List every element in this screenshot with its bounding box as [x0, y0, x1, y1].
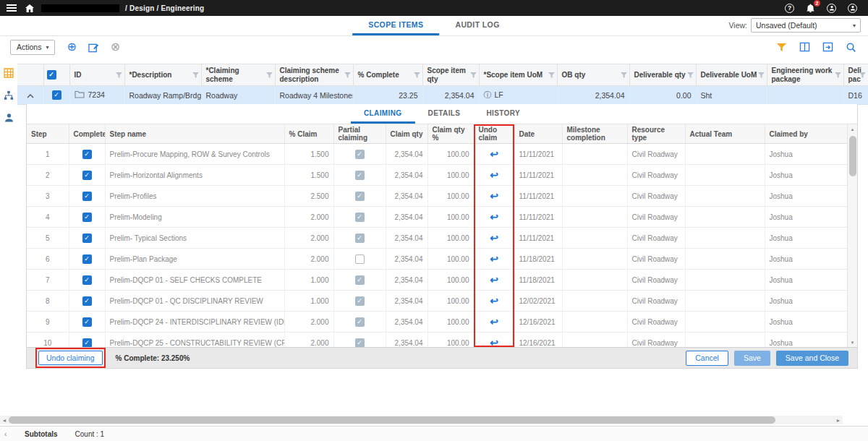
partial-claiming-checkbox[interactable]: ✓	[355, 192, 365, 201]
undo-claim-button[interactable]: ↩	[490, 170, 498, 180]
detail-column-header-step-name[interactable]: Step name	[105, 124, 284, 144]
column-filter-icon[interactable]	[859, 72, 866, 78]
select-all-checkbox[interactable]: ✓	[47, 70, 56, 80]
column-header-deli-pac[interactable]: Deli pac	[843, 64, 868, 86]
column-filter-icon[interactable]	[758, 72, 765, 78]
column-filter-icon[interactable]	[470, 72, 477, 78]
column-header-complete[interactable]: % Complete	[353, 64, 422, 86]
detail-column-header-resource-type[interactable]: Resource type	[627, 124, 685, 144]
row-expander[interactable]	[17, 86, 43, 105]
scroll-down-icon[interactable]: ▼	[848, 338, 857, 347]
undo-claim-button[interactable]: ↩	[490, 191, 498, 201]
column-filter-icon[interactable]	[414, 72, 420, 78]
column-header-deliverable-uom[interactable]: Deliverable UoM	[696, 64, 767, 86]
complete-checkbox[interactable]: ✓	[82, 275, 92, 285]
undo-claim-button[interactable]: ↩	[490, 317, 498, 327]
horizontal-scrollbar[interactable]: ◄ ►	[0, 416, 843, 424]
row-checkbox[interactable]: ✓	[52, 90, 61, 100]
partial-claiming-checkbox[interactable]: ✓	[355, 150, 365, 159]
info-icon[interactable]: ⓘ	[484, 90, 492, 99]
tab-audit-log[interactable]: AUDIT LOG	[439, 16, 515, 35]
hamburger-menu-icon[interactable]	[7, 4, 17, 12]
detail-column-header-partial-claiming[interactable]: Partial claiming	[333, 124, 386, 144]
column-chooser-icon[interactable]	[799, 42, 810, 52]
view-select[interactable]: Unsaved (Default) ▾	[751, 18, 861, 33]
add-icon[interactable]: ⊕	[67, 41, 76, 53]
undo-claim-button[interactable]: ↩	[490, 338, 498, 347]
undo-claim-button[interactable]: ↩	[490, 254, 498, 264]
undo-claim-button[interactable]: ↩	[490, 149, 498, 159]
column-filter-icon[interactable]	[621, 72, 627, 78]
detail-column-header-actual-team[interactable]: Actual Team	[685, 124, 765, 144]
detail-column-header-claim-qty[interactable]: Claim qty %	[427, 124, 474, 144]
scroll-left-icon[interactable]: ◄	[0, 418, 9, 423]
profile-icon[interactable]	[847, 3, 858, 14]
column-header-engineering-work-package[interactable]: Engineering work package	[767, 64, 843, 86]
undo-claim-button[interactable]: ↩	[490, 233, 498, 243]
partial-claiming-checkbox[interactable]: ✓	[355, 275, 365, 285]
complete-checkbox[interactable]: ✓	[82, 213, 92, 222]
grid-view-icon[interactable]	[4, 68, 14, 78]
column-header-claiming-scheme[interactable]: *Claiming scheme	[201, 64, 275, 86]
column-filter-icon[interactable]	[116, 72, 122, 78]
complete-checkbox[interactable]: ✓	[82, 234, 92, 243]
column-header-scope-item-qty[interactable]: Scope item qty	[422, 64, 479, 86]
tab-claiming[interactable]: CLAIMING	[351, 104, 415, 124]
column-header-scope-item-uom[interactable]: *Scope item UoM	[479, 64, 557, 86]
complete-checkbox[interactable]: ✓	[82, 338, 92, 348]
scroll-right-icon[interactable]: ►	[834, 418, 843, 423]
notifications-bell-icon[interactable]: 2	[805, 3, 816, 14]
column-filter-icon[interactable]	[687, 72, 694, 78]
partial-claiming-checkbox[interactable]: ✓	[355, 296, 365, 306]
column-filter-icon[interactable]	[548, 72, 555, 78]
detail-column-header-step[interactable]: Step	[27, 124, 69, 144]
column-header-ob-qty[interactable]: OB qty	[557, 64, 629, 86]
user-account-icon[interactable]	[826, 3, 837, 14]
edit-icon[interactable]	[88, 42, 99, 53]
partial-claiming-checkbox[interactable]: ✓	[355, 317, 365, 327]
partial-claiming-checkbox[interactable]: ✓	[355, 234, 365, 243]
partial-claiming-checkbox[interactable]: ✓	[355, 213, 365, 222]
actions-button[interactable]: Actions ▾	[10, 40, 55, 55]
detail-column-header-claimed-by[interactable]: Claimed by	[765, 124, 848, 144]
undo-claim-button[interactable]: ↩	[490, 275, 498, 285]
complete-checkbox[interactable]: ✓	[82, 192, 92, 201]
help-icon[interactable]: ?	[784, 3, 795, 14]
search-icon[interactable]	[846, 42, 856, 53]
partial-claiming-checkbox[interactable]	[355, 254, 365, 264]
scroll-up-icon[interactable]: ▲	[848, 124, 857, 134]
column-header-description[interactable]: *Description	[124, 64, 201, 86]
tab-history[interactable]: HISTORY	[473, 104, 533, 124]
scope-item-row[interactable]: ✓ 7234 Roadway Ramp/Brdg ... Roadway Roa…	[17, 86, 868, 105]
column-header-id[interactable]: ID	[69, 64, 124, 86]
home-icon[interactable]	[25, 4, 34, 12]
hierarchy-view-icon[interactable]	[4, 90, 14, 100]
tab-details[interactable]: DETAILS	[415, 104, 474, 124]
scroll-thumb[interactable]	[849, 136, 856, 176]
detail-column-header-claim-qty[interactable]: Claim qty	[386, 124, 427, 144]
undo-claiming-button[interactable]: Undo claiming	[38, 351, 103, 365]
complete-checkbox[interactable]: ✓	[82, 171, 92, 180]
collapse-left-icon[interactable]: ‹	[4, 430, 7, 438]
column-header-claiming-scheme-description[interactable]: Claiming scheme description	[275, 64, 353, 86]
detail-column-header-complete[interactable]: Complete	[69, 124, 105, 144]
cancel-button[interactable]: Cancel	[686, 351, 728, 366]
resources-view-icon[interactable]	[4, 113, 14, 122]
column-filter-icon[interactable]	[835, 72, 841, 78]
detail-column-header-milestone-completion[interactable]: Milestone completion	[562, 124, 627, 144]
detail-column-header-undo-claim[interactable]: Undo claim	[474, 124, 514, 144]
complete-checkbox[interactable]: ✓	[82, 254, 92, 264]
save-button[interactable]: Save	[734, 351, 770, 366]
partial-claiming-checkbox[interactable]: ✓	[355, 171, 365, 180]
complete-checkbox[interactable]: ✓	[82, 150, 92, 159]
column-filter-icon[interactable]	[192, 72, 199, 78]
undo-claim-button[interactable]: ↩	[490, 296, 498, 306]
detail-column-header-claim[interactable]: % Claim	[284, 124, 333, 144]
horizontal-scroll-thumb[interactable]	[9, 416, 775, 424]
column-filter-icon[interactable]	[344, 72, 351, 78]
complete-checkbox[interactable]: ✓	[82, 296, 92, 306]
detail-vertical-scrollbar[interactable]: ▲ ▼	[847, 124, 857, 347]
tab-scope-items[interactable]: SCOPE ITEMS	[352, 16, 439, 35]
column-filter-icon[interactable]	[266, 72, 273, 78]
partial-claiming-checkbox[interactable]: ✓	[355, 338, 365, 348]
